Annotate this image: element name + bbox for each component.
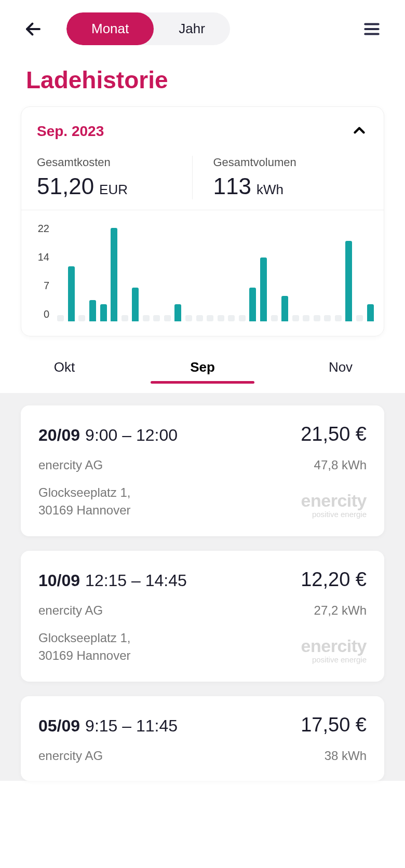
back-button[interactable] xyxy=(21,17,46,42)
chart-bar xyxy=(185,315,193,321)
hamburger-icon xyxy=(362,19,382,39)
chart-bar xyxy=(217,315,225,321)
chart-bar xyxy=(206,315,214,321)
session-card[interactable]: 20/099:00 – 12:0021,50 €enercity AG47,8 … xyxy=(21,405,384,536)
chart-bar xyxy=(260,257,268,321)
chart-bar xyxy=(270,315,278,321)
chart-ytick: 22 xyxy=(31,223,49,235)
stat-cost-label: Gesamtkosten xyxy=(37,156,192,169)
stat-volume-label: Gesamtvolumen xyxy=(213,156,369,169)
chevron-up-icon xyxy=(350,121,368,139)
chart-bar xyxy=(68,266,76,321)
month-tab-prev[interactable]: Okt xyxy=(33,359,96,384)
chart-bar xyxy=(281,296,289,321)
chart-y-axis: 221470 xyxy=(31,223,49,321)
chart-bar xyxy=(366,304,374,321)
chart-bar xyxy=(78,315,86,321)
session-provider: enercity AG xyxy=(38,458,103,472)
sessions-list: 20/099:00 – 12:0021,50 €enercity AG47,8 … xyxy=(0,393,405,781)
chart-ytick: 14 xyxy=(31,251,49,263)
menu-button[interactable] xyxy=(359,17,384,42)
session-kwh: 27,2 kWh xyxy=(314,603,367,618)
chart-bar xyxy=(120,315,129,321)
usage-chart: 221470 xyxy=(21,210,384,336)
chart-ytick: 7 xyxy=(31,280,49,292)
stat-volume-value: 113 xyxy=(213,173,251,199)
session-date: 20/09 xyxy=(38,426,80,444)
session-time: 12:15 – 14:45 xyxy=(85,571,187,590)
stat-cost: Gesamtkosten 51,20 EUR xyxy=(37,156,192,199)
chart-bar xyxy=(57,315,65,321)
chart-bar xyxy=(142,315,151,321)
stat-volume-unit: kWh xyxy=(256,182,284,198)
chart-bar xyxy=(174,304,182,321)
session-provider: enercity AG xyxy=(38,603,103,618)
provider-logo: enercitypositive energie xyxy=(301,636,367,664)
session-time: 9:00 – 12:00 xyxy=(85,426,178,444)
session-card[interactable]: 05/099:15 – 11:4517,50 €enercity AG38 kW… xyxy=(21,696,384,781)
session-kwh: 38 kWh xyxy=(325,749,367,763)
chart-bar xyxy=(249,288,257,321)
session-address: Glockseeplatz 1,30169 Hannover xyxy=(38,484,130,519)
session-cost: 12,20 € xyxy=(301,568,367,591)
month-tab-current[interactable]: Sep xyxy=(171,359,234,384)
session-cost: 17,50 € xyxy=(301,714,367,736)
chart-bar xyxy=(302,315,310,321)
month-tab-next[interactable]: Nov xyxy=(309,359,372,384)
chart-bar xyxy=(345,241,353,321)
chart-ytick: 0 xyxy=(31,308,49,320)
chart-bar xyxy=(131,288,140,321)
stat-cost-value: 51,20 xyxy=(37,173,94,199)
chart-bar xyxy=(89,300,97,321)
chart-bar xyxy=(323,315,332,321)
chart-bar xyxy=(195,315,204,321)
chart-bar xyxy=(153,315,161,321)
session-provider: enercity AG xyxy=(38,749,103,763)
chart-bar xyxy=(164,315,172,321)
stat-volume: Gesamtvolumen 113 kWh xyxy=(192,156,369,199)
period-toggle: Monat Jahr xyxy=(66,12,230,45)
chart-bar xyxy=(110,228,118,321)
chart-bar xyxy=(356,315,364,321)
chart-bar xyxy=(227,315,236,321)
provider-logo: enercitypositive energie xyxy=(301,491,367,519)
chart-bar xyxy=(334,315,343,321)
arrow-left-icon xyxy=(24,20,43,38)
toggle-jahr[interactable]: Jahr xyxy=(154,12,230,45)
session-date: 10/09 xyxy=(38,571,80,590)
session-address: Glockseeplatz 1,30169 Hannover xyxy=(38,629,130,664)
chart-bar xyxy=(291,315,300,321)
summary-month: Sep. 2023 xyxy=(37,123,104,140)
chart-bars xyxy=(57,223,374,321)
session-date: 05/09 xyxy=(38,716,80,735)
summary-card: Sep. 2023 Gesamtkosten 51,20 EUR Gesamtv… xyxy=(21,106,384,336)
chart-bar xyxy=(99,304,107,321)
toggle-monat[interactable]: Monat xyxy=(66,12,154,45)
session-kwh: 47,8 kWh xyxy=(314,458,367,472)
collapse-button[interactable] xyxy=(350,121,368,141)
page-title: Ladehistorie xyxy=(0,53,405,106)
chart-bar xyxy=(313,315,321,321)
session-card[interactable]: 10/0912:15 – 14:4512,20 €enercity AG27,2… xyxy=(21,551,384,682)
session-cost: 21,50 € xyxy=(301,423,367,445)
stat-cost-unit: EUR xyxy=(99,182,128,198)
chart-bar xyxy=(238,315,247,321)
session-time: 9:15 – 11:45 xyxy=(85,716,178,735)
